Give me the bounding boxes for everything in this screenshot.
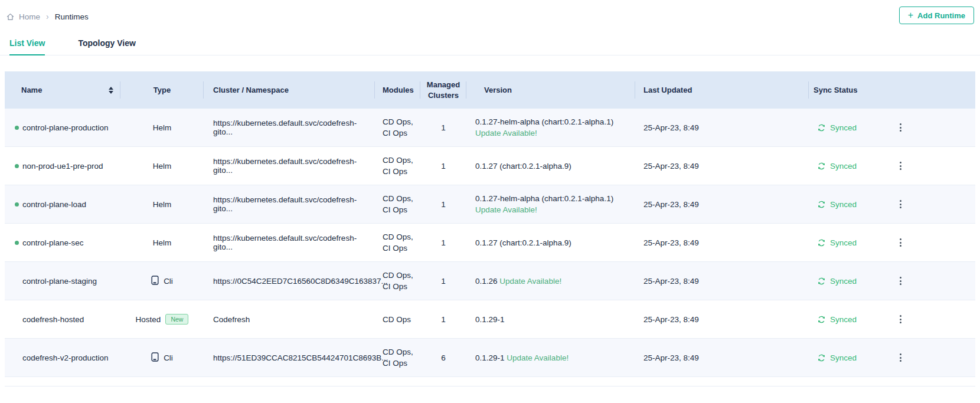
modules: CD Ops [383,314,411,325]
kebab-menu-button[interactable] [895,158,906,173]
table-header-row: Name Type Cluster / Namespace Modules Ma… [5,71,975,109]
managed-clusters-count: 1 [441,238,446,247]
cli-icon [151,352,159,363]
last-updated-value: 25-Apr-23, 8:49 [643,277,699,286]
module-label: CD Ops, [383,116,413,127]
module-label: CI Ops [383,358,413,369]
runtime-name: control-plane-load [22,200,86,209]
sync-icon [817,162,826,171]
modules: CD Ops,CI Ops [383,155,413,177]
last-updated-value: 25-Apr-23, 8:49 [643,353,699,362]
modules: CD Ops,CI Ops [383,346,413,369]
update-available-link[interactable]: Update Available! [475,129,537,137]
version-value: 0.1.29-1 [475,353,505,362]
cluster-url: https://kubernetes.default.svc/codefresh… [213,119,375,136]
modules: CD Ops,CI Ops [383,116,413,139]
breadcrumb-separator-icon: › [44,12,51,21]
tab-list-view[interactable]: List View [9,38,45,55]
table-row[interactable]: codefresh-hosted Hosted New Codefresh CD… [5,300,975,339]
kebab-menu-button[interactable] [895,350,906,365]
runtime-type: Helm [153,123,172,132]
table-row[interactable]: control-plane-production Helm https://ku… [5,109,975,147]
runtime-type: Helm [153,162,172,171]
modules: CD Ops,CI Ops [383,270,413,292]
new-badge: New [165,314,188,325]
column-header-modules: Modules [375,71,420,109]
version-value: 0.1.29-1 [475,315,505,324]
cluster-url: https://51ED39CCAC8215CB54424701C8693B..… [213,353,388,362]
column-header-type: Type [120,71,204,109]
sort-icon[interactable] [109,87,113,94]
table-row[interactable]: codefresh-v2-production Cli https://51ED… [5,339,975,377]
column-header-name[interactable]: Name [5,71,120,109]
managed-clusters-count: 1 [441,162,446,171]
kebab-menu-button[interactable] [895,273,906,289]
version-value: 0.1.27-helm-alpha (chart:0.2.1-alpha.1) [475,117,613,126]
home-icon[interactable] [6,12,15,21]
last-updated-value: 25-Apr-23, 8:49 [643,238,699,247]
managed-clusters-count: 1 [441,123,446,132]
sync-status-label: Synced [830,315,857,324]
kebab-menu-button[interactable] [895,235,906,250]
runtime-name: codefresh-v2-production [22,353,109,362]
update-available-link[interactable]: Update Available! [507,353,569,362]
runtime-name: non-prod-ue1-pre-prod [22,162,103,171]
kebab-menu-button[interactable] [895,196,906,212]
runtime-type: Cli [164,277,173,286]
module-label: CD Ops, [383,270,413,281]
sync-icon [817,123,826,132]
sync-icon [817,315,826,324]
update-available-link[interactable]: Update Available! [499,277,561,286]
table-row[interactable]: control-plane-load Helm https://kubernet… [5,185,975,224]
runtime-type: Hosted [136,315,161,324]
module-label: CI Ops [383,127,413,139]
module-label: CD Ops, [383,346,413,358]
kebab-menu-button[interactable] [895,312,906,327]
modules: CD Ops,CI Ops [383,193,413,215]
add-runtime-label: Add Runtime [917,11,965,20]
module-label: CD Ops, [383,231,413,243]
breadcrumb-home-link[interactable]: Home [19,12,40,21]
status-dot [15,164,19,168]
table-row[interactable]: control-plane-sec Helm https://kubernete… [5,224,975,262]
kebab-menu-button[interactable] [895,120,906,135]
runtime-type: Helm [153,238,172,247]
sync-status-label: Synced [830,200,857,209]
cluster-url: https://kubernetes.default.svc/codefresh… [213,195,375,213]
modules: CD Ops,CI Ops [383,231,413,254]
plus-icon: + [908,11,913,20]
runtime-name: control-plane-production [22,123,109,132]
sync-status-label: Synced [830,123,857,132]
runtime-name: control-plane-staging [22,277,97,286]
sync-status-label: Synced [830,353,857,362]
sync-icon [817,353,826,362]
breadcrumb: Home › Runtimes [6,12,89,21]
last-updated-value: 25-Apr-23, 8:49 [643,315,699,324]
last-updated-value: 25-Apr-23, 8:49 [643,123,699,132]
module-label: CI Ops [383,281,413,292]
module-label: CI Ops [383,166,413,177]
last-updated-value: 25-Apr-23, 8:49 [643,200,699,209]
tab-topology-view[interactable]: Topology View [78,38,136,55]
status-dot [15,241,19,245]
table-row[interactable]: control-plane-staging Cli https://0C54C2… [5,262,975,300]
status-dot [15,126,19,130]
module-label: CD Ops, [383,193,413,204]
cli-icon [151,276,159,287]
sync-icon [817,238,826,247]
cluster-url: Codefresh [213,315,250,324]
module-label: CD Ops, [383,155,413,166]
runtime-type: Helm [153,200,172,209]
status-dot [15,202,19,207]
sync-status-label: Synced [830,238,857,247]
cluster-url: https://kubernetes.default.svc/codefresh… [213,234,375,251]
runtime-type: Cli [164,353,173,362]
module-label: CI Ops [383,243,413,254]
sync-status-label: Synced [830,162,857,171]
sync-status-label: Synced [830,277,857,286]
add-runtime-button[interactable]: + Add Runtime [899,6,974,24]
update-available-link[interactable]: Update Available! [475,205,537,214]
runtime-name: control-plane-sec [22,238,84,247]
table-next-row-cutoff [5,377,975,386]
table-row[interactable]: non-prod-ue1-pre-prod Helm https://kuber… [5,147,975,185]
